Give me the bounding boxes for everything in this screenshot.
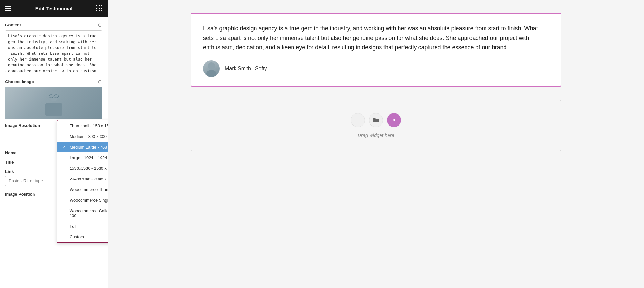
folder-button[interactable] — [369, 113, 383, 127]
image-resolution-label: Image Resolution — [5, 123, 40, 128]
image-preview[interactable] — [5, 87, 102, 119]
person-silhouette — [15, 90, 93, 116]
drop-zone: + ✦ Drag widget here — [191, 100, 561, 151]
dropdown-item-medium[interactable]: Medium - 300 x 300 — [57, 131, 108, 142]
choose-image-header: Choose Image ⊕ — [5, 79, 102, 84]
choose-image-label: Choose Image — [5, 79, 34, 84]
image-resolution-row: Image Resolution Thumbnail - 150 x 150 M… — [5, 123, 102, 128]
image-preview-inner — [5, 87, 102, 119]
dropdown-item-woo-single[interactable]: Woocommerce Single - 600 x 0 — [57, 195, 108, 206]
image-resolution-dropdown[interactable]: Thumbnail - 150 x 150 Medium - 300 x 300… — [57, 120, 108, 243]
dropdown-item-2048[interactable]: 2048x2048 - 2048 x 2048 — [57, 174, 108, 184]
author-avatar — [203, 60, 220, 77]
content-section-header: Content ⊕ — [5, 22, 102, 28]
dropdown-item-thumbnail[interactable]: Thumbnail - 150 x 150 — [57, 120, 108, 131]
content-pin-icon[interactable]: ⊕ — [97, 22, 102, 28]
author-avatar-inner — [203, 60, 220, 77]
page-title: Edit Testimonial — [35, 6, 72, 11]
author-name: Mark Smith | Softy — [225, 66, 267, 72]
testimonial-card: Lisa's graphic design agency is a true g… — [191, 13, 561, 87]
sidebar-body: Content ⊕ Lisa's graphic design agency i… — [0, 17, 108, 288]
sidebar-header: Edit Testimonial — [0, 0, 108, 17]
dropdown-item-large[interactable]: Large - 1024 x 1024 — [57, 152, 108, 163]
add-widget-button[interactable]: + — [351, 113, 365, 127]
svg-point-5 — [208, 62, 215, 70]
testimonial-text: Lisa's graphic design agency is a true g… — [203, 24, 549, 53]
image-position-label: Image Position — [5, 192, 35, 197]
hamburger-icon[interactable] — [5, 5, 12, 12]
choose-image-pin-icon[interactable]: ⊕ — [97, 79, 102, 84]
folder-icon — [373, 118, 379, 123]
svg-point-6 — [206, 70, 216, 77]
dropdown-item-1536[interactable]: 1536x1536 - 1536 x 1536 — [57, 163, 108, 174]
drop-label: Drag widget here — [358, 132, 394, 138]
dropdown-item-full[interactable]: Full — [57, 221, 108, 232]
content-label: Content — [5, 23, 21, 27]
svg-rect-1 — [45, 103, 62, 116]
author-avatar-svg — [203, 60, 220, 77]
dropdown-item-woo-thumb[interactable]: Woocommerce Thumbnail - 300 x 300 — [57, 184, 108, 195]
grid-icon[interactable] — [96, 5, 102, 12]
choose-image-section: Choose Image ⊕ — [5, 79, 102, 119]
dropdown-item-woo-gallery[interactable]: Woocommerce Gallery Thumbnail - 100 x 10… — [57, 206, 108, 221]
main-canvas: Lisa's graphic design agency is a true g… — [108, 0, 644, 288]
drop-buttons: + ✦ — [351, 113, 401, 127]
sidebar: Edit Testimonial Content ⊕ Lisa's graphi… — [0, 0, 108, 288]
dropdown-item-custom[interactable]: Custom — [57, 232, 108, 242]
author-row: Mark Smith | Softy — [203, 60, 549, 77]
dropdown-item-medium-large[interactable]: ✓ Medium Large - 768 x 0 — [57, 142, 108, 152]
magic-button[interactable]: ✦ — [387, 113, 401, 127]
content-textarea[interactable]: Lisa's graphic design agency is a true g… — [5, 30, 102, 72]
